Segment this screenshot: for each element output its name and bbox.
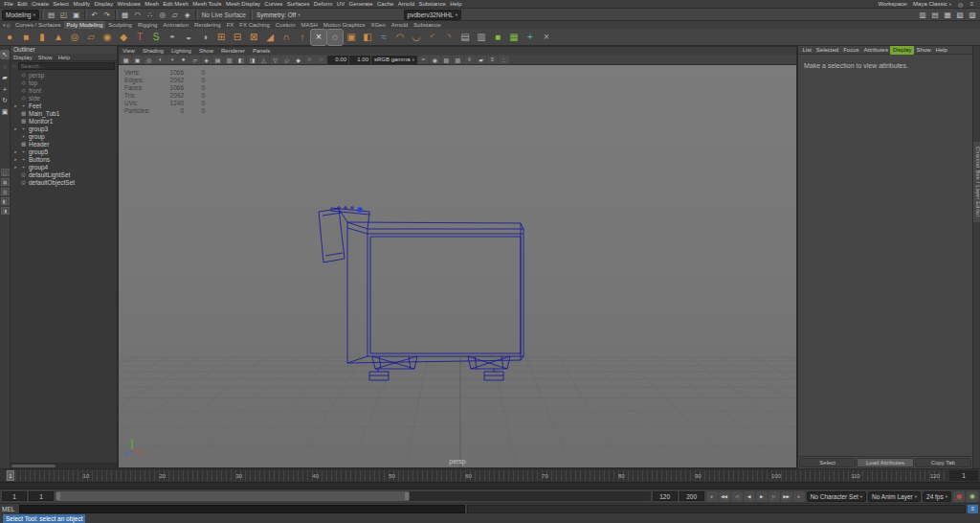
lasso-tool[interactable]: ◌	[0, 61, 10, 71]
refresh-viewport-icon[interactable]: ▧	[441, 56, 452, 64]
shelf-quad-draw-icon[interactable]: ▣	[344, 30, 359, 45]
shelf-platonic-icon[interactable]: ◆	[116, 30, 131, 45]
tool-settings-toggle-icon[interactable]: ▧	[954, 9, 966, 20]
shelf-bevel-icon[interactable]: ◢	[262, 30, 278, 45]
xray-mode-icon[interactable]: ◌	[316, 56, 326, 64]
hypershade-persp-layout-button[interactable]: ◨	[1, 207, 10, 215]
motion-blur-icon[interactable]: ▽	[270, 56, 280, 64]
shelf-add-icon[interactable]: +	[523, 30, 538, 45]
field-chart-icon[interactable]: ◑	[167, 56, 177, 64]
shelf-smooth-brush-icon[interactable]: ◡	[409, 30, 424, 45]
snap-to-grid-icon[interactable]: ▦	[120, 9, 131, 20]
shelf-tab[interactable]: FX Caching	[236, 21, 272, 29]
shelf-gear-icon[interactable]: ◎	[7, 22, 11, 28]
status-separator[interactable]	[250, 10, 253, 20]
shelf-delete-icon[interactable]: ×	[539, 30, 554, 45]
select-tool[interactable]: ↖	[0, 50, 10, 59]
range-slider-track[interactable]	[56, 491, 651, 501]
shelf-knife-brush-icon[interactable]: ▤	[457, 30, 473, 45]
humanik-toggle-icon[interactable]: ▤	[929, 9, 941, 20]
shelf-tab[interactable]: Animation	[160, 21, 191, 29]
outliner-search-input[interactable]	[18, 62, 115, 70]
shelf-cone-icon[interactable]: ▲	[51, 30, 66, 45]
outliner-menu-item[interactable]: Display	[11, 54, 35, 60]
menu-item[interactable]: Create	[30, 0, 51, 9]
select-button[interactable]: Select	[799, 458, 856, 467]
menu-item[interactable]: Substance	[416, 0, 448, 9]
outliner-item[interactable]: ► + group4	[11, 163, 117, 171]
expand-arrow-icon[interactable]: ►	[13, 103, 18, 108]
shelf-boolean-difference-icon[interactable]: ◒	[181, 30, 196, 45]
shelf-extract-icon[interactable]: ⊠	[246, 30, 261, 45]
pause-viewport-icon[interactable]: ◉	[430, 56, 440, 64]
outliner-item[interactable]: ► + group3	[11, 125, 117, 132]
debug-shading-icon[interactable]: ▨	[453, 56, 463, 64]
shelf-disc-icon[interactable]: ◉	[100, 30, 115, 45]
shelf-tab[interactable]: Curves / Surfaces	[12, 21, 64, 29]
shelf-mirror-icon[interactable]: ◧	[360, 30, 375, 45]
menu-item[interactable]: Generate	[346, 0, 374, 9]
shelf-pinch-brush-icon[interactable]: ◝	[441, 30, 457, 45]
shelf-slide-brush-icon[interactable]: ▥	[474, 30, 489, 45]
outliner-item[interactable]: ◇ top	[11, 79, 117, 86]
step-back-frame-button[interactable]: ◀◀	[719, 491, 730, 502]
status-separator[interactable]	[195, 10, 198, 20]
undo-icon[interactable]: ↶	[89, 9, 100, 20]
menu-item[interactable]: UV	[335, 0, 347, 9]
channel-box-vertical-tab[interactable]: Channel Box / Layer Editor	[973, 142, 980, 222]
outliner-item[interactable]: ◇ persp	[11, 71, 117, 79]
status-separator[interactable]	[115, 10, 118, 20]
symmetry-selector[interactable]: Symmetry: Off▾	[255, 11, 302, 18]
move-tool[interactable]: +	[0, 84, 10, 94]
shelf-cube-icon[interactable]: ■	[18, 30, 33, 45]
overlay-menu-icon[interactable]: ≡	[487, 56, 498, 64]
shelf-grab-brush-icon[interactable]: ◜	[425, 30, 440, 45]
resolution-gate-icon[interactable]: ◎	[144, 56, 154, 64]
step-forward-key-button[interactable]: ▷	[768, 491, 780, 502]
grid-toggle-icon[interactable]: ▦	[121, 56, 131, 64]
textured-mode-icon[interactable]: ▥	[224, 56, 234, 64]
workspace-menu-icon[interactable]: ≡	[968, 0, 976, 9]
shelf-combine-icon[interactable]: ⊞	[213, 30, 229, 45]
menu-item[interactable]: Mesh Tools	[190, 0, 224, 9]
shelf-boolean-intersect-icon[interactable]: ◑	[197, 30, 212, 45]
view-transform-selector[interactable]: sRGB gamma▾	[371, 56, 417, 64]
exposure-field[interactable]: 0.00	[327, 56, 348, 64]
outliner-menu-item[interactable]: Show	[35, 54, 56, 60]
go-to-end-button[interactable]: »	[793, 491, 805, 502]
play-backwards-button[interactable]: ◀	[744, 491, 755, 502]
menu-item[interactable]: Arnold	[396, 0, 417, 9]
attribute-editor-toggle-icon[interactable]: ▦	[942, 9, 953, 20]
film-gate-icon[interactable]: ▣	[132, 56, 143, 64]
snap-to-point-icon[interactable]: ∴	[145, 9, 156, 20]
status-separator[interactable]	[84, 10, 87, 20]
outliner-item[interactable]: ◎ defaultObjectSet	[11, 178, 117, 186]
shelf-cylinder-icon[interactable]: ▮	[34, 30, 50, 45]
menu-item[interactable]: Cache	[375, 0, 396, 9]
rotate-tool[interactable]: ↻	[0, 96, 10, 105]
viewport-canvas[interactable]: Verts: 1066 0 Edges: 2092 0 Faces:	[119, 65, 796, 467]
go-to-start-button[interactable]: «	[706, 491, 718, 502]
shelf-svg-icon[interactable]: S	[148, 30, 164, 45]
single-pane-layout-button[interactable]: ▢	[1, 169, 10, 176]
menu-item[interactable]: Curves	[262, 0, 284, 9]
outliner-item[interactable]: ► + Feet	[11, 102, 117, 109]
expand-arrow-icon[interactable]: ►	[13, 157, 18, 162]
viewport-menu-item[interactable]: Shading	[139, 47, 167, 55]
step-back-key-button[interactable]: ◁	[731, 491, 743, 502]
expand-arrow-icon[interactable]: ►	[13, 165, 18, 170]
menu-item[interactable]: Windows	[115, 0, 143, 9]
shelf-tab[interactable]: Poly Modeling	[64, 21, 106, 29]
menu-item[interactable]: Surfaces	[285, 0, 312, 9]
status-separator[interactable]	[41, 10, 44, 20]
expand-arrow-icon[interactable]: ►	[13, 149, 18, 154]
outliner-item[interactable]: ▦ Monitor1	[11, 117, 117, 125]
play-forward-button[interactable]: ▶	[756, 491, 768, 502]
viewport-menu-item[interactable]: Lighting	[167, 47, 195, 55]
menu-set-selector[interactable]: Modeling▾	[2, 10, 39, 20]
step-forward-frame-button[interactable]: ▶▶	[781, 491, 792, 502]
script-editor-icon[interactable]: ≡	[968, 505, 978, 513]
use-all-lights-icon[interactable]: ◧	[235, 56, 246, 64]
outliner-menu-item[interactable]: Help	[56, 54, 73, 60]
outliner-item[interactable]: ◎ defaultLightSet	[11, 171, 117, 178]
